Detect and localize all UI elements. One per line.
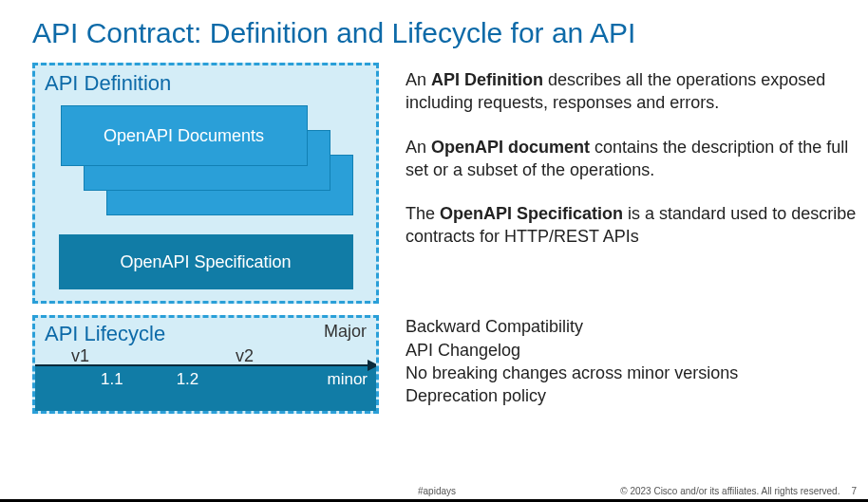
openapi-document-card: OpenAPI Documents bbox=[61, 105, 308, 166]
left-column: API Definition OpenAPI Documents OpenAPI… bbox=[32, 63, 379, 414]
major-versions-row: v1 v2 bbox=[35, 346, 376, 366]
version-v1: v1 bbox=[71, 346, 89, 366]
compat-line-deprecation: Deprecation policy bbox=[406, 384, 859, 407]
paragraph-api-definition: An API Definition describes all the oper… bbox=[406, 68, 859, 115]
timeline-arrow-line bbox=[32, 364, 373, 366]
api-lifecycle-title: API Lifecycle bbox=[45, 322, 165, 346]
minor-version-1-1: 1.1 bbox=[101, 370, 123, 389]
slide-title: API Contract: Definition and Lifecycle f… bbox=[0, 0, 868, 49]
minor-label: minor bbox=[327, 370, 368, 389]
timeline-arrow-tip-icon bbox=[368, 360, 379, 371]
major-label: Major bbox=[324, 322, 367, 346]
openapi-specification-label: OpenAPI Specification bbox=[120, 252, 291, 272]
version-v2: v2 bbox=[236, 346, 254, 366]
slide-footer: #apidays © 2023 Cisco and/or its affilia… bbox=[0, 486, 868, 496]
backward-compatibility-title: Backward Compatibility bbox=[406, 317, 859, 337]
footer-page-number: 7 bbox=[851, 486, 857, 496]
api-lifecycle-box: API Lifecycle Major v1 v2 1.1 1.2 minor bbox=[32, 315, 379, 414]
footer-hashtag: #apidays bbox=[418, 486, 456, 496]
footer-copyright: © 2023 Cisco and/or its affiliates. All … bbox=[620, 486, 840, 496]
api-definition-title: API Definition bbox=[45, 71, 367, 96]
openapi-documents-label: OpenAPI Documents bbox=[104, 126, 264, 146]
openapi-specification-card: OpenAPI Specification bbox=[59, 234, 353, 289]
compat-line-no-breaking: No breaking changes across minor version… bbox=[406, 362, 859, 384]
paragraph-openapi-specification: The OpenAPI Specification is a standard … bbox=[406, 202, 859, 249]
content-area: API Definition OpenAPI Documents OpenAPI… bbox=[0, 49, 868, 414]
right-column: An API Definition describes all the oper… bbox=[406, 63, 859, 414]
api-definition-box: API Definition OpenAPI Documents OpenAPI… bbox=[32, 63, 379, 304]
paragraph-openapi-document: An OpenAPI document contains the descrip… bbox=[406, 136, 859, 182]
minor-versions-band: 1.1 1.2 minor bbox=[32, 364, 379, 414]
minor-version-1-2: 1.2 bbox=[177, 370, 199, 389]
compat-line-changelog: API Changelog bbox=[406, 339, 859, 362]
openapi-documents-stack: OpenAPI Documents bbox=[59, 103, 353, 225]
